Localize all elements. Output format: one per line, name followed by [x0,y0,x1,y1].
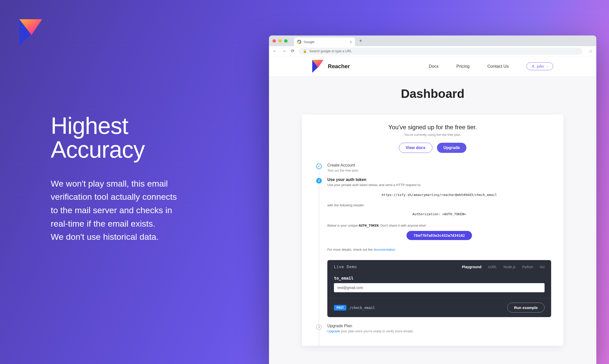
step-create-account: ✓ Create Account Test out the free plan. [316,163,551,176]
upgrade-button[interactable]: Upgrade [437,143,467,153]
window-controls [273,39,287,43]
step-idle-icon: 3 [316,324,322,330]
dashboard-card: You've signed up for the free tier. You'… [302,115,563,346]
step2-header: Authorization: <AUTH_TOKEN> [327,210,551,219]
demo-tab-go[interactable]: Go [540,265,545,269]
step-auth-token: 2 Use your auth token Use your private a… [316,177,551,317]
demo-input-label: to_email [334,276,545,281]
step2-line3: Below is your unique AUTH_TOKEN. Don't s… [327,224,551,227]
hero-body: We won't play small, this email verifica… [51,177,228,244]
close-window-icon[interactable] [273,39,276,43]
step3-sub: Upgrade your plan once you're ready to v… [327,329,551,333]
step1-title: Create Account [327,163,551,168]
address-bar[interactable]: 🔒 Search google or type a URL [299,48,582,55]
demo-tabs: Playground cURL Node.js Python Go [462,265,545,269]
to-email-input[interactable] [334,283,545,292]
brand-name: Reacher [328,63,350,70]
site-header: Reacher Docs Pricing Contact Us john ⌄ [269,56,596,77]
run-example-button[interactable]: Run example [507,303,545,313]
brand-logo [19,19,44,46]
step2-title: Use your auth token [327,177,551,182]
card-sub: You're currently using the the free plan… [314,133,551,137]
browser-toolbar: ← → ⟳ 🔒 Search google or type a URL ☆ [269,46,596,56]
chevron-down-icon: ⌄ [546,65,548,68]
http-method-badge: POST [334,305,346,311]
demo-title: Live Demo [334,265,357,269]
step2-line1: Use your private auth token below, and s… [327,183,551,187]
demo-tab-python[interactable]: Python [522,265,533,269]
nav-contact[interactable]: Contact Us [487,64,509,69]
step2-line2: with the following header: [327,203,551,207]
page-content: Reacher Docs Pricing Contact Us john ⌄ D… [269,56,596,364]
nav-pricing[interactable]: Pricing [456,64,470,69]
documentation-link[interactable]: documentation [374,248,395,251]
browser-window: Google × + ← → ⟳ 🔒 Search google or type… [269,35,596,364]
browser-tab[interactable]: Google × [294,38,355,46]
google-favicon-icon [297,40,301,44]
maximize-window-icon[interactable] [284,39,287,43]
view-docs-button[interactable]: View docs [399,143,432,153]
address-placeholder: Search google or type a URL [309,49,352,53]
step1-sub: Test out the free plan. [327,169,551,172]
svg-point-0 [532,65,534,66]
reload-button[interactable]: ⟳ [291,48,294,54]
live-demo-panel: Live Demo Playground cURL Node.js Python… [327,260,551,317]
page-title: Dashboard [401,87,465,101]
card-heading: You've signed up for the free tier. [314,124,551,131]
step2-url: https://ssfy.sh/amaurymartiny/reacher@eb… [327,190,551,199]
hero-section: Highest Accuracy We won't play small, th… [51,114,228,244]
demo-tab-curl[interactable]: cURL [488,265,497,269]
back-button[interactable]: ← [273,48,277,54]
browser-tabbar: Google × + [269,35,596,46]
endpoint-path: /check_email [349,306,375,310]
demo-tab-nodejs[interactable]: Node.js [503,265,515,269]
demo-tab-playground[interactable]: Playground [462,265,481,269]
forward-button[interactable]: → [282,48,286,54]
nav-docs[interactable]: Docs [429,64,439,69]
tab-close-icon[interactable]: × [350,40,352,44]
bookmark-icon[interactable]: ☆ [589,48,593,54]
lock-icon: 🔒 [303,49,307,53]
hero-title: Highest Accuracy [51,114,228,162]
tab-title: Google [304,40,314,44]
user-icon [531,65,535,68]
brand[interactable]: Reacher [312,60,350,73]
step-upgrade-plan: 3 Upgrade Plan Upgrade your plan once yo… [316,324,551,337]
brand-logo-icon [312,60,324,73]
step3-title: Upgrade Plan [327,324,551,328]
step-done-icon: ✓ [316,163,322,169]
user-name: john [537,64,544,68]
auth-token-pill[interactable]: 70af7bfa83e3c432a7d34102 [407,231,472,240]
step-active-icon: 2 [316,178,322,184]
step2-more: For more details, check out the document… [327,248,551,251]
user-menu[interactable]: john ⌄ [527,62,553,70]
minimize-window-icon[interactable] [278,39,282,43]
new-tab-button[interactable]: + [357,37,364,44]
upgrade-link[interactable]: Upgrade [327,329,340,333]
